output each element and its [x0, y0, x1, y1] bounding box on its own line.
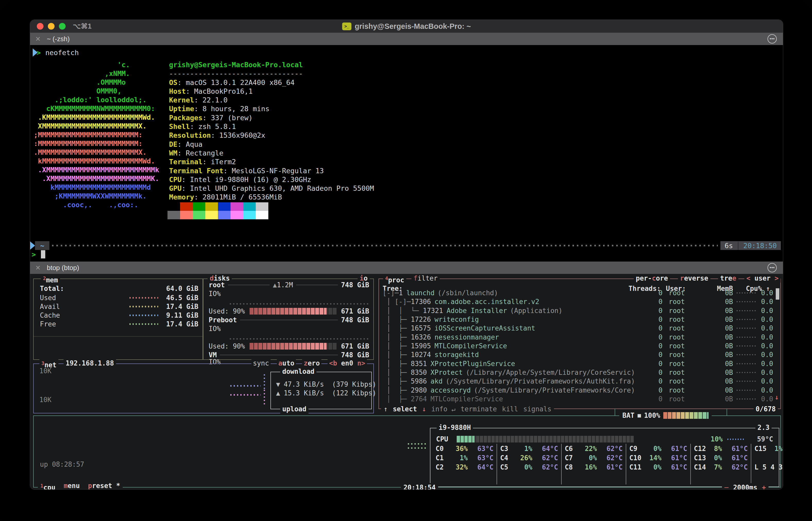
disk-root-io-row: IO% — [209, 289, 369, 298]
prompt-timestamp: 20:18:50 — [743, 242, 777, 250]
command-duration: 6s — [724, 242, 733, 250]
interval-value: 2000ms — [733, 483, 757, 490]
prompt-right-segment: 6s │ 20:18:50 — [720, 241, 781, 250]
proc-row[interactable]: │ ├─ 16326nesessionmanager 0root0B0.0 — [383, 333, 776, 342]
proc-scrollbar-thumb[interactable] — [776, 288, 779, 300]
neofetch-color-palette — [167, 202, 268, 219]
net-zero-button[interactable]: zero — [302, 359, 321, 367]
proc-row[interactable]: │ ├─ 16575iOSScreenCaptureAssistant 0roo… — [383, 324, 776, 333]
update-interval: ─ 2000ms + — [722, 483, 768, 490]
select-up-icon[interactable]: ↑ — [384, 405, 388, 413]
proc-row[interactable]: │ ├─ 8350XProtect(/Library/Apple/System/… — [383, 368, 776, 377]
cpu-panel: up 08:28:57 i9-9880H 2.3 CPU 10% 59°C C0… — [33, 415, 781, 488]
net-auto-button[interactable]: auto — [277, 359, 296, 367]
battery-bracket-left — [615, 409, 615, 415]
shell-input-line[interactable]: > — [33, 250, 45, 259]
proc-filter-button[interactable]: filter — [411, 274, 440, 282]
proc-scroll-down-icon[interactable]: ↓ — [775, 393, 779, 401]
proc-footer: ↑ select ↓ info ↵ terminate kill signals — [381, 405, 554, 413]
net-speed-box: download ▼47.3 KiB/s (379 Kibps) ▲15.3 K… — [270, 372, 372, 409]
proc-row[interactable]: │ ├─ 8351XProtectPluginService 0root0B0.… — [383, 359, 776, 368]
proc-panel: 4proc filter per-core reverse tree < use… — [379, 278, 781, 409]
neofetch-info: grishy@Sergeis-MacBook-Pro.local -------… — [169, 61, 374, 202]
signals-action[interactable]: signals — [523, 405, 552, 413]
proc-row[interactable]: │ [-]─17306com.adobe.acc.installer.v2 0r… — [383, 297, 776, 306]
neofetch-host-title: grishy@Sergeis-MacBook-Pro.local — [169, 61, 374, 69]
disk-root-used-row: Used: 90% 671 GiB — [209, 307, 369, 316]
battery-label: BAT — [622, 411, 635, 420]
mem-used-row: Used 46.5 GiB — [40, 293, 198, 302]
neofetch-apple-logo: 'c. ,xNMM. .OMMMMo OMMM0, .;loddo:' lool… — [34, 61, 159, 209]
command-text: neofetch — [45, 49, 79, 56]
proc-tree-toggle[interactable]: tree — [718, 274, 738, 282]
zoom-window-button[interactable] — [59, 23, 66, 30]
terminate-action[interactable]: terminate — [460, 405, 497, 413]
proc-percore-toggle[interactable]: per-core — [634, 274, 670, 282]
close-tab-icon[interactable]: ✕ — [35, 264, 41, 272]
window-title-text: grishy@Sergeis-MacBook-Pro: ~ — [355, 22, 471, 31]
proc-row[interactable]: │ ├─ 2980accessoryd(/System/Library/Priv… — [383, 386, 776, 394]
disk-root-io-meter — [230, 303, 369, 304]
proc-panel-title[interactable]: 4proc — [383, 274, 406, 285]
current-directory-segment: ~ — [35, 241, 49, 250]
net-scale-bottom: 10K — [39, 396, 51, 404]
close-tab-icon[interactable]: ✕ — [35, 35, 41, 43]
disk-preboot-used-bar — [249, 343, 337, 349]
cpu-usage-graph — [408, 447, 427, 449]
command-line: > neofetch — [33, 48, 79, 57]
close-window-button[interactable] — [37, 23, 44, 30]
net-sync-button[interactable]: sync — [252, 359, 271, 367]
kill-action[interactable]: kill — [502, 405, 518, 413]
net-scale-top: 10K — [39, 367, 51, 375]
mem-panel-title[interactable]: 2mem — [41, 274, 60, 285]
mem-avail-row: Avail 17.4 GiB — [40, 302, 198, 311]
mem-free-row: Free 17.4 GiB — [40, 320, 198, 329]
cpu-core-box: i9-9880H 2.3 CPU 10% 59°C C036%63°C C11%… — [430, 428, 779, 487]
tab-zsh[interactable]: ~ (-zsh) — [47, 35, 70, 43]
disk-root-row: root ▲▲1.2M1.2M 748 GiB — [209, 280, 369, 289]
proc-user-selector[interactable]: < user > — [744, 274, 781, 282]
net-graph-edge-top — [264, 374, 265, 390]
disk-preboot-row: Preboot 748 GiB — [209, 316, 369, 324]
interval-increase-button[interactable]: + — [762, 483, 766, 490]
net-upload-speed: ▲15.3 KiB/s (122 Kibps) — [276, 389, 376, 398]
proc-row[interactable]: │ ├─ 10274storagekitd 0root0B0.0 — [383, 350, 776, 359]
cpu-frequency: 2.3 — [756, 423, 772, 432]
neofetch-separator: -------------------------------- — [169, 69, 374, 78]
system-uptime: up 08:28:57 — [40, 460, 84, 468]
cpu-model: i9-9880H — [437, 423, 473, 432]
select-action[interactable]: select — [393, 405, 417, 413]
tab-overflow-menu-icon[interactable]: ••• — [767, 34, 777, 44]
minimize-window-button[interactable] — [48, 23, 54, 30]
proc-row[interactable]: │ │ └─ 17321Adobe Installer(Application)… — [383, 306, 776, 315]
cpu-panel-button[interactable]: 1cpu — [40, 481, 55, 490]
disk-root-used-bar — [249, 308, 337, 315]
prompt-dotted-leader — [52, 245, 718, 246]
net-panel: 3net 192.168.1.88 sync auto zero <b en0 … — [33, 363, 374, 413]
proc-row[interactable]: │ ├─ 15905MTLCompilerService 0root0B0.0 — [383, 342, 776, 350]
menu-button[interactable]: menu — [64, 481, 80, 490]
text-cursor — [41, 250, 45, 258]
net-interface-selector[interactable]: <b en0 n> — [328, 359, 367, 367]
proc-row[interactable]: │ ├─ 5986akd(/System/Library/PrivateFram… — [383, 377, 776, 386]
select-down-icon[interactable]: ↓ — [422, 405, 426, 413]
battery-meter — [663, 412, 709, 419]
net-download-speed: ▼47.3 KiB/s (379 Kibps) — [276, 380, 376, 389]
proc-row[interactable]: │ ├─ 17226writeconfig 0root0B0.0 — [383, 315, 776, 324]
proc-count: 0/678 — [754, 405, 778, 413]
traffic-lights — [37, 23, 66, 30]
battery-indicator: BAT ■ 100% — [619, 411, 712, 420]
prompt-chevron-icon: > — [37, 49, 41, 56]
info-action[interactable]: info ↵ — [431, 405, 455, 413]
prompt-status-line: ~ 6s │ 20:18:50 — [30, 241, 783, 250]
tab-overflow-menu-icon[interactable]: ••• — [767, 263, 777, 272]
net-buttons: sync auto zero <b en0 n> — [252, 359, 367, 367]
proc-row[interactable]: [-]─1launchd(/sbin/launchd) 0root0B0.0 — [383, 289, 776, 297]
interval-decrease-button[interactable]: ─ — [724, 483, 729, 490]
terminal-pane-zsh: > neofetch 'c. ,xNMM. .OMMMMo OMMM0, .;l… — [30, 45, 783, 262]
tab-btop[interactable]: btop (btop) — [47, 264, 79, 272]
proc-row[interactable]: │ ├─ 2764MTLCompilerService 0root0B0.0 — [383, 394, 776, 403]
proc-reverse-toggle[interactable]: reverse — [678, 274, 710, 282]
battery-icon: ■ — [638, 411, 641, 420]
preset-button[interactable]: preset * — [88, 481, 120, 490]
